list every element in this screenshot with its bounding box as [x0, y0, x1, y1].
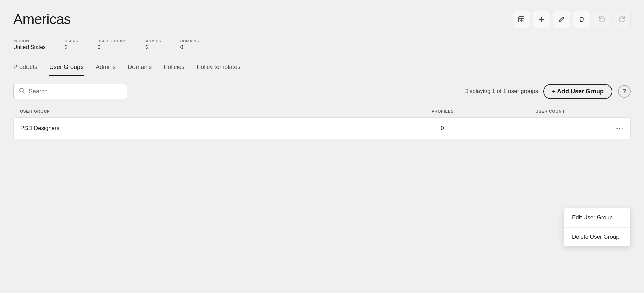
meta-region-value: United States	[13, 44, 46, 50]
meta-region-label: REGION	[13, 39, 46, 43]
actions-row: Displaying 1 of 1 user groups + Add User…	[13, 84, 631, 99]
question-icon: ?	[623, 88, 626, 95]
tab-policies[interactable]: Policies	[164, 60, 184, 76]
meta-admins-label: ADMINS	[146, 39, 161, 43]
meta-domains: DOMAINS 0	[180, 39, 208, 50]
tabs-row: Products User Groups Admins Domains Poli…	[13, 60, 631, 76]
page-container: Americas	[0, 0, 644, 293]
right-actions: Displaying 1 of 1 user groups + Add User…	[464, 84, 631, 99]
delete-button[interactable]	[573, 11, 590, 28]
cell-profiles: 0	[389, 125, 496, 132]
svg-point-3	[20, 88, 23, 92]
help-button[interactable]: ?	[618, 85, 631, 98]
meta-users: USERS 2	[65, 39, 88, 50]
meta-usergroups-value: 0	[97, 44, 126, 50]
svg-line-4	[23, 92, 25, 93]
table-container: USER GROUP PROFILES USER COUNT PSD Desig…	[13, 106, 631, 139]
meta-user-groups: USER GROUPS 0	[97, 39, 136, 50]
undo-icon	[598, 16, 605, 23]
redo-icon	[618, 16, 626, 23]
header-row: Americas	[13, 11, 631, 28]
col-header-user-group: USER GROUP	[20, 109, 389, 114]
table-header: USER GROUP PROFILES USER COUNT	[13, 106, 631, 117]
delete-user-group-item[interactable]: Delete User Group	[564, 228, 630, 246]
search-input[interactable]	[29, 88, 122, 95]
tab-products[interactable]: Products	[13, 60, 37, 76]
meta-region: REGION United States	[13, 39, 55, 50]
trash-icon	[578, 16, 585, 23]
dropdown-menu: Edit User Group Delete User Group	[564, 208, 631, 247]
meta-users-value: 2	[65, 44, 78, 50]
pencil-icon	[558, 16, 565, 23]
page-title: Americas	[13, 11, 71, 28]
edit-user-group-item[interactable]: Edit User Group	[564, 208, 630, 228]
undo-button[interactable]	[593, 11, 610, 28]
tab-policy-templates[interactable]: Policy templates	[197, 60, 240, 76]
search-icon	[19, 88, 25, 95]
tab-user-groups[interactable]: User Groups	[49, 60, 84, 76]
col-header-profiles: PROFILES	[389, 109, 496, 114]
meta-users-label: USERS	[65, 39, 78, 43]
meta-admins: ADMINS 2	[146, 39, 171, 50]
tab-admins[interactable]: Admins	[96, 60, 116, 76]
toolbar	[513, 11, 631, 28]
cell-user-group-name: PSD Designers	[20, 125, 389, 132]
displaying-text: Displaying 1 of 1 user groups	[464, 88, 538, 95]
meta-domains-label: DOMAINS	[180, 39, 199, 43]
meta-usergroups-label: USER GROUPS	[97, 39, 126, 43]
edit-button[interactable]	[553, 11, 570, 28]
tab-domains[interactable]: Domains	[128, 60, 152, 76]
table-row: PSD Designers 0 ⋯	[13, 117, 631, 139]
more-actions-cell: ⋯	[603, 124, 624, 133]
col-header-user-count: USER COUNT	[496, 109, 604, 114]
add-user-group-button[interactable]: + Add User Group	[543, 84, 612, 99]
redo-button[interactable]	[613, 11, 631, 28]
plus-icon	[538, 16, 545, 23]
export-icon	[518, 16, 525, 23]
col-header-actions	[604, 109, 624, 114]
search-box[interactable]	[13, 84, 127, 99]
add-button[interactable]	[533, 11, 550, 28]
meta-admins-value: 2	[146, 44, 161, 50]
more-options-button[interactable]: ⋯	[616, 124, 624, 133]
export-button[interactable]	[513, 11, 530, 28]
meta-row: REGION United States USERS 2 USER GROUPS…	[13, 39, 631, 50]
meta-domains-value: 0	[180, 44, 199, 50]
